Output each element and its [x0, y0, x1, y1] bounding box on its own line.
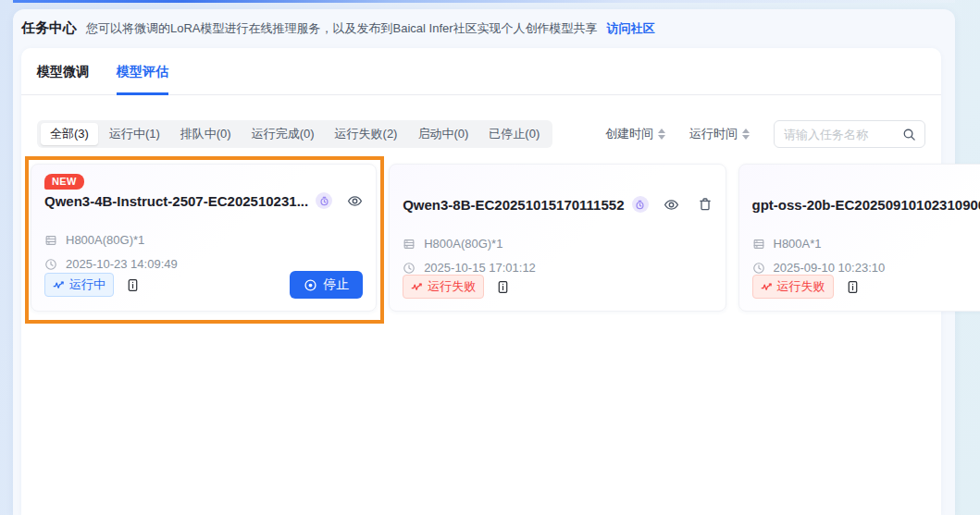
gpu-icon [403, 238, 416, 251]
sort-by-create-time[interactable]: 创建时间 [605, 126, 665, 142]
task-card: gpt-oss-20b-EC20250910102310900 [738, 164, 980, 312]
status-label: 运行中 [69, 276, 105, 293]
pulse-icon [53, 279, 65, 291]
status-badge: 运行中 [44, 273, 114, 297]
search-input[interactable] [784, 128, 902, 141]
timer-icon[interactable] [316, 192, 332, 209]
filter-running[interactable]: 运行中(1) [100, 123, 169, 145]
task-title: Qwen3-8B-EC20251015170111552 [403, 197, 624, 213]
view-button[interactable] [347, 193, 363, 209]
task-center-panel: 任务中心 您可以将微调的LoRA模型进行在线推理服务，以及发布到Baical I… [13, 9, 955, 515]
filter-all[interactable]: 全部(3) [41, 123, 98, 145]
gpu-spec-row: H800A*1 [752, 237, 980, 251]
filter-toolbar: 全部(3) 运行中(1) 排队中(0) 运行完成(0) 运行失败(2) 启动中(… [37, 120, 925, 148]
gpu-spec-row: H800A(80G)*1 [403, 237, 712, 251]
stop-button[interactable]: 停止 [290, 271, 363, 299]
clock-icon [44, 258, 57, 271]
sort-by-run-time[interactable]: 运行时间 [689, 126, 750, 142]
view-button[interactable] [664, 197, 679, 213]
task-card: NEW Qwen3-4B-Instruct-2507-EC202510231..… [31, 164, 377, 312]
clock-icon [403, 262, 416, 275]
stop-button-label: 停止 [323, 276, 349, 293]
status-badge: 运行失败 [403, 275, 484, 299]
search-icon[interactable] [902, 128, 916, 141]
task-title: gpt-oss-20b-EC20250910102310900 [752, 197, 980, 213]
gpu-spec: H800A*1 [774, 237, 822, 251]
visit-community-link[interactable]: 访问社区 [607, 20, 655, 37]
clock-icon [752, 262, 765, 275]
task-card-body: Qwen3-8B-EC20251015170111552 [389, 164, 726, 312]
log-icon[interactable] [126, 278, 140, 292]
sort-carets-icon [742, 129, 750, 140]
filter-starting[interactable]: 启动中(0) [408, 123, 478, 145]
create-time-row: 2025-10-23 14:09:49 [44, 257, 363, 271]
filter-stopped[interactable]: 已停止(0) [479, 123, 549, 145]
tab-model-evaluation[interactable]: 模型评估 [117, 64, 168, 95]
filter-failed[interactable]: 运行失败(2) [326, 123, 407, 145]
sort-run-time-label: 运行时间 [689, 126, 738, 142]
stop-circle-icon [304, 278, 317, 292]
task-search [774, 120, 925, 148]
create-time: 2025-10-15 17:01:12 [424, 261, 536, 275]
sort-create-time-label: 创建时间 [605, 126, 653, 142]
create-time-row: 2025-09-10 10:23:10 [752, 261, 980, 275]
page-subtitle: 您可以将微调的LoRA模型进行在线推理服务，以及发布到Baical Infer社… [86, 20, 598, 37]
delete-button[interactable] [698, 197, 713, 212]
sort-carets-icon [658, 129, 665, 140]
timer-icon[interactable] [632, 196, 649, 213]
task-card-body: gpt-oss-20b-EC20250910102310900 [738, 164, 980, 312]
create-time: 2025-10-23 14:09:49 [66, 257, 178, 271]
log-icon[interactable] [846, 280, 860, 294]
status-label: 运行失败 [428, 278, 476, 295]
page-header: 任务中心 您可以将微调的LoRA模型进行在线推理服务，以及发布到Baical I… [13, 9, 955, 46]
status-badge: 运行失败 [752, 275, 834, 299]
status-filter-group: 全部(3) 运行中(1) 排队中(0) 运行完成(0) 运行失败(2) 启动中(… [37, 120, 552, 148]
task-title: Qwen3-4B-Instruct-2507-EC202510231... [44, 193, 308, 209]
gpu-icon [752, 238, 765, 251]
gpu-icon [44, 234, 57, 247]
pulse-icon [411, 281, 423, 293]
pulse-icon [761, 281, 773, 293]
status-label: 运行失败 [777, 278, 825, 295]
top-accent-bar [13, 0, 955, 3]
gpu-spec: H800A(80G)*1 [66, 233, 144, 247]
task-card-body: NEW Qwen3-4B-Instruct-2507-EC202510231..… [31, 164, 377, 312]
create-time-row: 2025-10-15 17:01:12 [403, 261, 712, 275]
tab-bar: 模型微调 模型评估 [21, 48, 941, 95]
page-title: 任务中心 [21, 19, 77, 37]
task-card-list: NEW Qwen3-4B-Instruct-2507-EC202510231..… [31, 164, 928, 312]
content-card: 模型微调 模型评估 全部(3) 运行中(1) 排队中(0) 运行完成(0) 运行… [21, 48, 941, 515]
filter-queued[interactable]: 排队中(0) [171, 123, 241, 145]
new-badge: NEW [44, 174, 84, 190]
filter-completed[interactable]: 运行完成(0) [242, 123, 324, 145]
gpu-spec: H800A(80G)*1 [424, 237, 502, 251]
task-card: Qwen3-8B-EC20251015170111552 [389, 164, 726, 312]
log-icon[interactable] [496, 280, 510, 294]
tab-model-finetune[interactable]: 模型微调 [37, 64, 89, 94]
gpu-spec-row: H800A(80G)*1 [44, 233, 363, 247]
create-time: 2025-09-10 10:23:10 [774, 261, 886, 275]
